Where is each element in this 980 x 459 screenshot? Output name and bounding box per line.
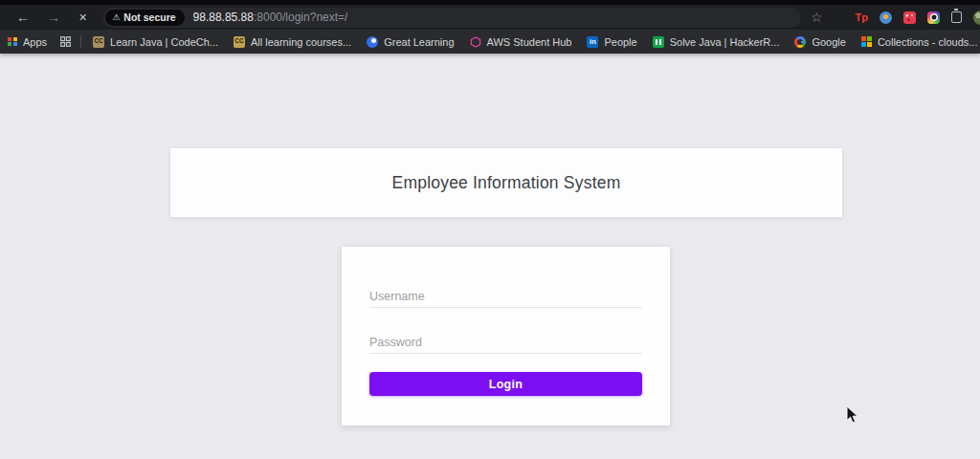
codechef-icon: CC: [234, 36, 245, 48]
password-input[interactable]: [369, 331, 642, 354]
bookmark-learn-java-codechef[interactable]: CC Learn Java | CodeCh...: [85, 30, 226, 54]
browser-toolbar: ← → ✕ ⚠ Not secure 98.88.85.88:8000/logi…: [0, 5, 980, 30]
bookmark-label: AWS Student Hub: [487, 36, 572, 48]
hackerrank-icon: [653, 36, 664, 48]
stop-button[interactable]: ✕: [69, 12, 97, 23]
address-bar[interactable]: ⚠ Not secure 98.88.85.88:8000/login?next…: [102, 8, 801, 28]
bookmark-great-learning[interactable]: Great Learning: [359, 30, 461, 54]
bookmark-people[interactable]: in People: [579, 30, 644, 54]
bookmark-apps[interactable]: Apps: [0, 30, 55, 54]
login-card: Login: [342, 247, 670, 426]
linkedin-icon: in: [587, 36, 598, 48]
bookmark-aws-student-hub[interactable]: AWS Student Hub: [462, 30, 580, 54]
red-grid-extension-icon[interactable]: [903, 11, 916, 24]
camera-extension-icon[interactable]: [927, 11, 940, 24]
google-icon: [794, 36, 806, 48]
mouse-cursor: [846, 405, 859, 425]
bookmarks-divider: [80, 35, 81, 48]
browser-window: ← → ✕ ⚠ Not secure 98.88.85.88:8000/logi…: [0, 0, 980, 459]
bookmark-label: Great Learning: [384, 36, 454, 48]
url-text: 98.88.85.88:8000/login?next=/: [193, 11, 348, 24]
bookmark-solve-java-hackerrank[interactable]: Solve Java | HackerR...: [645, 30, 788, 54]
forward-button[interactable]: →: [38, 11, 69, 24]
bookmark-all-learning-courses[interactable]: CC All learning courses...: [226, 30, 359, 54]
camera-lens-icon: [930, 13, 938, 21]
bookmark-label: Learn Java | CodeCh...: [110, 36, 218, 48]
back-button[interactable]: ←: [8, 11, 38, 24]
tp-extension-icon[interactable]: Tp: [856, 11, 868, 23]
bookmark-collections-clouds[interactable]: Collections - clouds...: [854, 30, 980, 54]
bookmarks-bar: Apps CC Learn Java | CodeCh... CC All le…: [0, 30, 980, 54]
bookmark-label: Apps: [23, 36, 47, 48]
username-input[interactable]: [369, 285, 642, 308]
bookmark-label: All learning courses...: [251, 36, 351, 48]
apps-grid-icon: [8, 37, 17, 47]
page-content: Employee Information System Login: [0, 54, 980, 459]
bookmark-label: Solve Java | HackerR...: [670, 36, 780, 48]
page-title: Employee Information System: [392, 173, 621, 193]
login-button[interactable]: Login: [369, 372, 642, 396]
title-banner: Employee Information System: [170, 148, 842, 217]
profile-avatar[interactable]: [973, 11, 980, 25]
blue-circle-extension-icon[interactable]: [880, 11, 892, 24]
url-host: 98.88.85.88: [193, 11, 254, 24]
bookmark-star-icon[interactable]: ☆: [811, 10, 823, 25]
not-secure-label: Not secure: [123, 11, 175, 23]
codechef-icon: CC: [93, 36, 104, 48]
bookmark-label: People: [604, 36, 636, 48]
microsoft-icon: [861, 36, 872, 47]
bookmark-label: Collections - clouds...: [878, 36, 978, 48]
bookmark-google[interactable]: Google: [787, 30, 853, 54]
great-learning-icon: [367, 36, 378, 48]
not-secure-badge[interactable]: ⚠ Not secure: [105, 10, 184, 26]
bookmark-label: Google: [812, 36, 845, 48]
extensions-puzzle-icon[interactable]: [951, 11, 962, 23]
warning-icon: ⚠: [112, 12, 120, 22]
reading-list-grid-icon[interactable]: [55, 36, 77, 47]
url-path: :8000/login?next=/: [254, 11, 347, 24]
aws-hexagon-icon: [470, 36, 481, 48]
